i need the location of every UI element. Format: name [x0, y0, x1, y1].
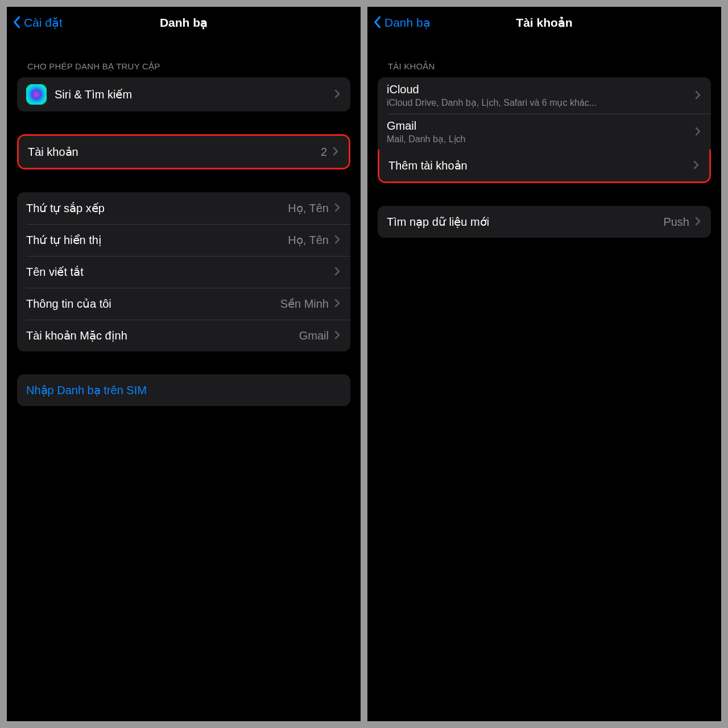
chevron-right-icon	[334, 330, 341, 341]
row-add-account[interactable]: Thêm tài khoản	[379, 150, 709, 181]
row-label: Tài khoản	[28, 145, 321, 159]
section-header: TÀI KHOẢN	[378, 61, 711, 77]
row-my-info[interactable]: Thông tin của tôi Sền Minh	[17, 288, 350, 320]
row-default-account[interactable]: Tài khoản Mặc định Gmail	[17, 320, 350, 351]
row-display-order[interactable]: Thứ tự hiển thị Họ, Tên	[17, 224, 350, 256]
row-label: Tài khoản Mặc định	[26, 329, 299, 342]
row-value: Gmail	[299, 329, 329, 342]
chevron-right-icon	[693, 160, 700, 171]
row-label: Thêm tài khoản	[388, 159, 693, 172]
row-label: Siri & Tìm kiếm	[55, 88, 334, 101]
row-label: Tên viết tắt	[26, 265, 334, 279]
highlight-accounts: Tài khoản 2	[17, 134, 350, 169]
section-options: Thứ tự sắp xếp Họ, Tên Thứ tự hiển thị H…	[17, 192, 350, 351]
nav-bar: Danh bạ Tài khoản	[367, 7, 721, 39]
row-sort-order[interactable]: Thứ tự sắp xếp Họ, Tên	[17, 192, 350, 224]
chevron-right-icon	[695, 90, 702, 101]
row-siri-search[interactable]: Siri & Tìm kiếm	[17, 77, 350, 111]
section-header: CHO PHÉP DANH BẠ TRUY CẬP	[17, 61, 350, 77]
row-value: 2	[321, 146, 327, 159]
back-button[interactable]: Cài đặt	[13, 16, 63, 30]
row-label: Thứ tự sắp xếp	[26, 201, 288, 215]
back-chevron-icon	[373, 16, 382, 30]
nav-bar: Cài đặt Danh bạ	[7, 7, 361, 39]
row-label: Thông tin của tôi	[26, 297, 280, 311]
chevron-right-icon	[334, 267, 341, 277]
row-sublabel: Mail, Danh bạ, Lịch	[387, 134, 695, 144]
content: TÀI KHOẢN iCloud iCloud Drive, Danh bạ, …	[367, 39, 721, 721]
section-accounts-list: TÀI KHOẢN iCloud iCloud Drive, Danh bạ, …	[378, 61, 711, 183]
content: CHO PHÉP DANH BẠ TRUY CẬP Siri & Tìm kiế…	[7, 39, 361, 721]
chevron-right-icon	[334, 299, 341, 309]
row-accounts[interactable]: Tài khoản 2	[19, 136, 349, 168]
highlight-add-account: Thêm tài khoản	[378, 150, 711, 183]
row-label: Gmail	[387, 119, 695, 133]
back-button[interactable]: Danh bạ	[373, 16, 431, 30]
group-siri: Siri & Tìm kiếm	[17, 77, 350, 111]
back-label: Danh bạ	[384, 16, 431, 30]
screen-accounts: Danh bạ Tài khoản TÀI KHOẢN iCloud iClou…	[367, 7, 721, 721]
row-value: Họ, Tên	[288, 233, 329, 247]
row-import-sim[interactable]: Nhập Danh bạ trên SIM	[17, 374, 350, 406]
row-label: Thứ tự hiển thị	[26, 233, 288, 247]
section-access: CHO PHÉP DANH BẠ TRUY CẬP Siri & Tìm kiế…	[17, 61, 350, 111]
row-fetch-data[interactable]: Tìm nạp dữ liệu mới Push	[378, 206, 711, 238]
back-chevron-icon	[13, 16, 22, 30]
group-accounts-top: iCloud iCloud Drive, Danh bạ, Lịch, Safa…	[378, 77, 711, 150]
row-short-name[interactable]: Tên viết tắt	[17, 256, 350, 288]
row-sublabel: iCloud Drive, Danh bạ, Lịch, Safari và 6…	[387, 97, 695, 108]
chevron-right-icon	[334, 235, 341, 245]
row-gmail[interactable]: Gmail Mail, Danh bạ, Lịch	[378, 114, 711, 150]
siri-icon	[26, 84, 47, 105]
row-value: Push	[663, 216, 689, 229]
chevron-right-icon	[334, 203, 341, 213]
row-icloud[interactable]: iCloud iCloud Drive, Danh bạ, Lịch, Safa…	[378, 77, 711, 114]
row-value: Sền Minh	[280, 297, 329, 311]
section-fetch: Tìm nạp dữ liệu mới Push	[378, 206, 711, 238]
chevron-right-icon	[333, 147, 340, 157]
section-accounts: Tài khoản 2	[17, 134, 350, 169]
row-label: Nhập Danh bạ trên SIM	[26, 383, 341, 397]
row-value: Họ, Tên	[288, 201, 329, 215]
chevron-right-icon	[695, 217, 702, 227]
section-sim: Nhập Danh bạ trên SIM	[17, 374, 350, 406]
back-label: Cài đặt	[24, 16, 63, 30]
row-label: Tìm nạp dữ liệu mới	[387, 215, 663, 229]
chevron-right-icon	[695, 127, 702, 137]
row-label: iCloud	[387, 83, 695, 96]
chevron-right-icon	[334, 89, 341, 100]
screen-contacts-settings: Cài đặt Danh bạ CHO PHÉP DANH BẠ TRUY CẬ…	[7, 7, 361, 721]
